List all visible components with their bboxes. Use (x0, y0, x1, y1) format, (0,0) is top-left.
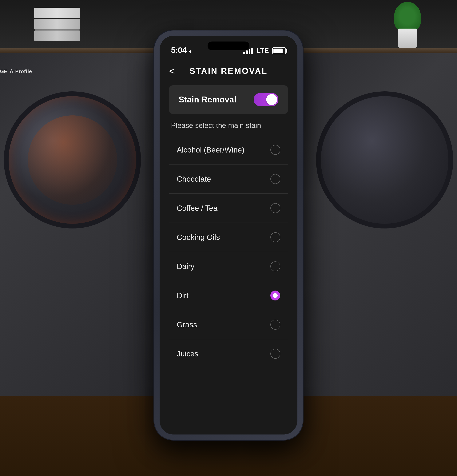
battery-fill (273, 49, 283, 53)
lte-label: LTE (256, 47, 269, 55)
towel-3 (34, 30, 80, 41)
stain-item-grass[interactable]: Grass (169, 310, 288, 339)
stain-item-juices[interactable]: Juices (169, 339, 288, 363)
stain-name-dairy: Dairy (177, 262, 195, 271)
phone-wrapper: 5:04 ⬧ LTE (154, 30, 303, 440)
stain-item-dirt[interactable]: Dirt (169, 281, 288, 310)
washer-left: GE ☆ Profile (0, 53, 168, 396)
app-content: < STAIN REMOVAL Stain Removal Please sel… (160, 59, 297, 434)
toggle-label: Stain Removal (179, 95, 236, 104)
radio-dirt[interactable] (271, 290, 280, 300)
washer-right-drum (316, 91, 453, 229)
phone-screen: 5:04 ⬧ LTE (160, 36, 297, 434)
stain-select-prompt: Please select the main stain (160, 121, 297, 135)
toggle-knob (266, 94, 277, 105)
location-icon: ⬧ (188, 47, 192, 55)
stain-item-chocolate[interactable]: Chocolate (169, 164, 288, 194)
signal-bar-3 (249, 49, 250, 54)
stain-name-juices: Juices (177, 349, 198, 358)
toggle-row: Stain Removal (169, 85, 288, 114)
radio-juices[interactable] (271, 349, 280, 359)
stain-item-dairy[interactable]: Dairy (169, 252, 288, 281)
radio-grass[interactable] (271, 320, 280, 330)
washer-left-drum (4, 91, 141, 229)
page-title: STAIN REMOVAL (189, 66, 268, 76)
app-header: < STAIN REMOVAL (160, 59, 297, 82)
towels-decoration (34, 8, 84, 46)
stain-item-alcohol[interactable]: Alcohol (Beer/Wine) (169, 135, 288, 164)
radio-chocolate[interactable] (271, 174, 280, 184)
towel-2 (34, 19, 80, 30)
towel-1 (34, 8, 80, 18)
battery-icon (272, 47, 286, 54)
stain-name-grass: Grass (177, 320, 197, 329)
radio-alcohol[interactable] (271, 145, 280, 155)
washer-right (289, 53, 457, 396)
dynamic-island (208, 42, 249, 50)
stain-name-alcohol: Alcohol (Beer/Wine) (177, 146, 245, 154)
stain-removal-toggle[interactable] (254, 93, 278, 106)
plant-pot (398, 29, 417, 48)
radio-dirt-inner (273, 293, 278, 298)
plant-decoration (392, 0, 423, 53)
stain-item-coffee-tea[interactable]: Coffee / Tea (169, 194, 288, 222)
phone-frame: 5:04 ⬧ LTE (154, 30, 303, 440)
signal-bar-4 (251, 48, 253, 54)
radio-dairy[interactable] (271, 261, 280, 271)
status-time: 5:04 (171, 46, 186, 55)
stain-name-chocolate: Chocolate (177, 175, 211, 183)
stain-name-cooking-oils: Cooking Oils (177, 233, 220, 242)
stain-name-coffee-tea: Coffee / Tea (177, 204, 218, 212)
status-right: LTE (243, 47, 286, 55)
signal-bar-1 (243, 51, 245, 54)
signal-bar-2 (246, 51, 248, 54)
radio-cooking-oils[interactable] (271, 232, 280, 242)
stain-list: Alcohol (Beer/Wine) Chocolate Coffee / T… (160, 135, 297, 363)
radio-coffee-tea[interactable] (271, 203, 280, 213)
plant-leaves (394, 2, 421, 30)
back-button[interactable]: < (169, 65, 175, 77)
washer-left-label: GE ☆ Profile (0, 68, 32, 75)
stain-item-cooking-oils[interactable]: Cooking Oils (169, 222, 288, 252)
stain-name-dirt: Dirt (177, 291, 188, 300)
